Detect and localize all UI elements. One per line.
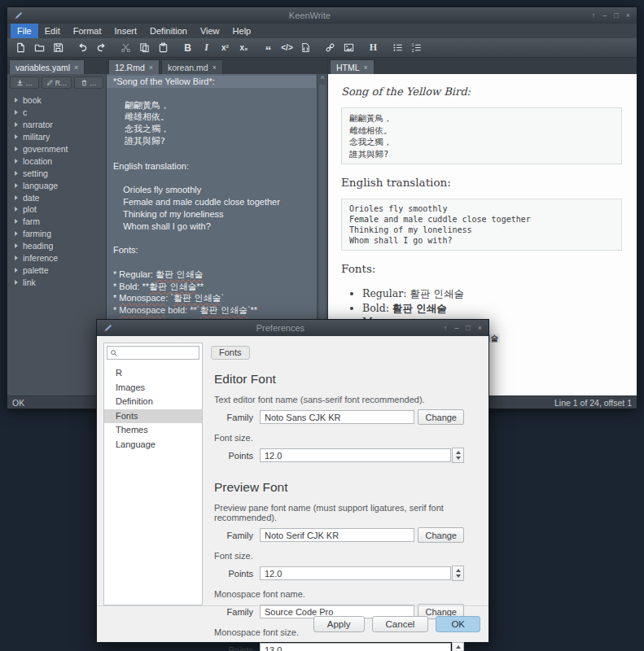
tab-12-rmd[interactable]: 12.Rmd × — [108, 59, 160, 74]
apply-button[interactable]: Apply — [313, 616, 365, 632]
tree-item-location[interactable]: location — [7, 155, 106, 167]
copy-icon[interactable] — [136, 40, 153, 56]
undo-icon[interactable] — [74, 40, 91, 56]
superscript-icon[interactable]: x² — [217, 40, 234, 56]
menu-file[interactable]: File — [11, 24, 38, 38]
tree-item-military[interactable]: military — [7, 131, 106, 143]
menu-insert[interactable]: Insert — [108, 24, 144, 38]
settings-nav-r[interactable]: R — [104, 366, 202, 381]
spin-down-icon[interactable] — [456, 575, 461, 578]
tree-item-farming[interactable]: farming — [7, 228, 106, 240]
editor-font-points-field[interactable] — [260, 448, 451, 462]
expand-icon[interactable] — [15, 231, 18, 236]
tree-item-language[interactable]: language — [7, 179, 106, 191]
maximize-icon[interactable]: □ — [466, 324, 470, 332]
editor-font-change-button[interactable]: Change — [418, 409, 464, 425]
new-file-icon[interactable] — [12, 40, 29, 56]
tree-item-heading[interactable]: heading — [7, 240, 106, 252]
expand-icon[interactable] — [15, 280, 18, 285]
open-icon[interactable] — [31, 40, 48, 56]
image-icon[interactable] — [340, 40, 357, 56]
dialog-title-bar[interactable]: Preferences ↑ – □ × — [97, 320, 488, 336]
menu-edit[interactable]: Edit — [38, 24, 67, 38]
tree-item-setting[interactable]: setting — [7, 167, 106, 179]
spin-down-icon[interactable] — [456, 457, 461, 460]
close-icon[interactable]: × — [212, 63, 217, 72]
expand-icon[interactable] — [15, 268, 18, 273]
menu-definition[interactable]: Definition — [143, 24, 194, 38]
maximize-icon[interactable]: □ — [614, 11, 618, 20]
shade-icon[interactable]: ↑ — [592, 11, 596, 20]
points-stepper[interactable] — [452, 448, 464, 463]
bold-icon[interactable]: B — [179, 40, 196, 56]
mono-font-points-field[interactable] — [260, 643, 451, 651]
tree-item-narrator[interactable]: narrator — [7, 119, 106, 131]
shade-icon[interactable]: ↑ — [444, 324, 448, 332]
settings-search[interactable] — [107, 346, 199, 360]
cancel-button[interactable]: Cancel — [372, 616, 429, 632]
tab-variables-yaml[interactable]: variables.yaml × — [9, 59, 85, 74]
cut-icon[interactable] — [117, 40, 134, 56]
expand-icon[interactable] — [15, 207, 18, 212]
expand-icon[interactable] — [15, 146, 18, 151]
numbered-list-icon[interactable]: 12 — [408, 40, 425, 56]
minimize-icon[interactable]: – — [454, 324, 458, 332]
close-icon[interactable]: × — [364, 63, 368, 72]
spin-up-icon[interactable] — [456, 451, 461, 454]
settings-nav-themes[interactable]: Themes — [104, 423, 202, 438]
tree-item-c[interactable]: c — [7, 107, 106, 119]
tab-html-preview[interactable]: HTML × — [330, 59, 375, 74]
preview-font-family-field[interactable] — [260, 528, 414, 542]
tab-korean-md[interactable]: korean.md × — [161, 59, 223, 74]
bullet-list-icon[interactable] — [389, 40, 406, 56]
delete-definition-button[interactable]: … — [74, 76, 103, 89]
rename-definition-button[interactable]: R… — [42, 76, 71, 89]
spin-up-icon[interactable] — [456, 645, 461, 649]
settings-nav-definition[interactable]: Definition — [104, 395, 202, 409]
expand-icon[interactable] — [15, 195, 18, 200]
menu-help[interactable]: Help — [226, 24, 258, 38]
settings-nav-fonts[interactable]: Fonts — [104, 409, 202, 424]
tree-item-book[interactable]: book — [7, 94, 106, 107]
code-block-icon[interactable] — [297, 40, 314, 56]
paste-icon[interactable] — [155, 40, 172, 56]
scroll-up-icon[interactable]: ^ — [318, 74, 327, 83]
expand-icon[interactable] — [15, 122, 18, 127]
expand-icon[interactable] — [15, 98, 18, 103]
heading-icon[interactable]: H — [365, 40, 382, 56]
expand-icon[interactable] — [15, 256, 18, 260]
ok-button[interactable]: OK — [436, 616, 480, 632]
link-icon[interactable] — [322, 40, 339, 56]
expand-icon[interactable] — [15, 243, 18, 248]
settings-search-input[interactable] — [118, 347, 196, 358]
blockquote-icon[interactable]: “ — [260, 40, 277, 56]
inline-code-icon[interactable]: </> — [278, 40, 296, 56]
points-stepper[interactable] — [452, 642, 464, 651]
tree-item-plot[interactable]: plot — [7, 203, 106, 216]
preview-font-points-field[interactable] — [260, 566, 451, 580]
tree-item-palette[interactable]: palette — [7, 264, 106, 276]
expand-icon[interactable] — [15, 183, 18, 188]
minimize-icon[interactable]: – — [602, 11, 607, 20]
close-icon[interactable]: × — [74, 63, 78, 72]
subscript-icon[interactable]: x₂ — [235, 40, 252, 56]
editor-font-family-field[interactable] — [260, 410, 414, 424]
tree-item-date[interactable]: date — [7, 191, 106, 203]
expand-icon[interactable] — [15, 134, 18, 139]
expand-icon[interactable] — [15, 219, 18, 224]
expand-icon[interactable] — [15, 110, 18, 115]
redo-icon[interactable] — [93, 40, 110, 56]
tree-item-government[interactable]: government — [7, 143, 106, 155]
menu-view[interactable]: View — [194, 24, 226, 38]
points-stepper[interactable] — [452, 566, 464, 581]
menu-format[interactable]: Format — [67, 24, 108, 38]
tree-item-farm[interactable]: farm — [7, 216, 106, 228]
settings-nav-images[interactable]: Images — [104, 381, 202, 395]
preview-font-change-button[interactable]: Change — [418, 527, 464, 543]
download-definitions-button[interactable]: … — [10, 76, 39, 89]
expand-icon[interactable] — [15, 171, 18, 176]
close-icon[interactable]: × — [149, 63, 153, 72]
settings-nav-language[interactable]: Language — [104, 438, 202, 452]
save-icon[interactable] — [50, 40, 67, 56]
spin-up-icon[interactable] — [456, 569, 461, 572]
